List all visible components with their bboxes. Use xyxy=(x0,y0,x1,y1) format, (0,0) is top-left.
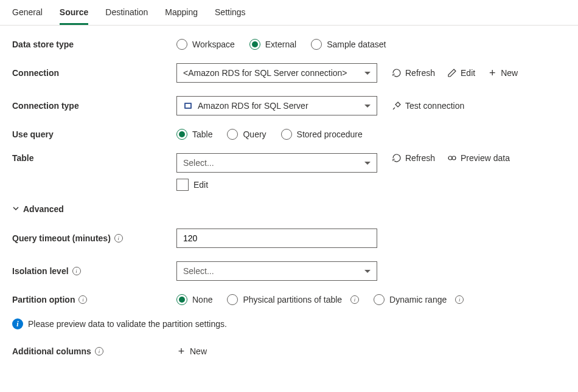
action-label: New xyxy=(190,346,207,356)
partition-option-radiogroup: None Physical partitions of tablei Dynam… xyxy=(176,294,464,305)
edit-icon xyxy=(447,68,457,78)
label-isolation-level: Isolation level i xyxy=(12,266,176,276)
radio-label: Workspace xyxy=(192,40,235,49)
refresh-connection-button[interactable]: Refresh xyxy=(392,68,435,78)
info-icon[interactable]: i xyxy=(95,347,103,356)
action-label: Edit xyxy=(461,68,475,78)
plus-icon: + xyxy=(487,68,497,78)
radio-label: External xyxy=(265,40,296,49)
info-badge-icon: i xyxy=(12,318,23,329)
action-label: Preview data xyxy=(461,153,510,163)
chevron-down-icon xyxy=(12,204,19,214)
query-timeout-input[interactable] xyxy=(176,229,377,248)
label-data-store-type: Data store type xyxy=(12,40,176,49)
tab-destination[interactable]: Destination xyxy=(105,7,148,25)
radio-external[interactable]: External xyxy=(249,39,296,50)
plus-icon: + xyxy=(176,346,186,356)
radio-none[interactable]: None xyxy=(176,294,212,305)
label-additional-columns: Additional columns i xyxy=(12,346,176,356)
tab-settings[interactable]: Settings xyxy=(215,7,246,25)
label-table: Table xyxy=(12,153,176,163)
radio-label: Table xyxy=(192,129,212,139)
label-connection-type: Connection type xyxy=(12,101,176,111)
action-label: Test connection xyxy=(405,101,464,111)
radio-label: Stored procedure xyxy=(297,129,363,139)
test-connection-button[interactable]: Test connection xyxy=(392,101,464,111)
tab-mapping[interactable]: Mapping xyxy=(165,7,198,25)
action-label: Refresh xyxy=(405,153,435,163)
label-connection: Connection xyxy=(12,68,176,78)
radio-dynamic-range[interactable]: Dynamic rangei xyxy=(374,294,464,305)
info-icon[interactable]: i xyxy=(114,234,123,242)
radio-table[interactable]: Table xyxy=(176,129,212,140)
refresh-table-button[interactable]: Refresh xyxy=(392,153,435,163)
tab-source[interactable]: Source xyxy=(60,7,88,25)
action-label: Refresh xyxy=(405,68,435,78)
radio-physical-partitions[interactable]: Physical partitions of tablei xyxy=(227,294,359,305)
data-store-type-radiogroup: Workspace External Sample dataset xyxy=(176,39,386,50)
table-dropdown[interactable]: Select... xyxy=(176,153,377,173)
tab-general[interactable]: General xyxy=(12,7,43,25)
test-connection-icon xyxy=(392,101,402,111)
dropdown-value: Amazon RDS for SQL Server xyxy=(198,101,308,111)
advanced-label: Advanced xyxy=(23,204,64,214)
radio-label: Dynamic range xyxy=(389,295,447,304)
new-additional-column-button[interactable]: + New xyxy=(176,346,207,356)
tab-bar: General Source Destination Mapping Setti… xyxy=(0,0,578,26)
table-edit-checkbox[interactable] xyxy=(176,179,189,191)
radio-query[interactable]: Query xyxy=(227,129,266,140)
refresh-icon xyxy=(392,153,402,163)
radio-label: None xyxy=(192,295,212,304)
radio-sample-dataset[interactable]: Sample dataset xyxy=(311,39,386,50)
label-query-timeout: Query timeout (minutes) i xyxy=(12,233,176,243)
dropdown-placeholder: Select... xyxy=(183,158,214,168)
label-partition-option: Partition option i xyxy=(12,295,176,304)
info-icon[interactable]: i xyxy=(72,267,81,275)
advanced-toggle[interactable]: Advanced xyxy=(12,204,566,214)
radio-stored-procedure[interactable]: Stored procedure xyxy=(281,129,363,140)
info-icon[interactable]: i xyxy=(455,295,464,304)
preview-data-button[interactable]: Preview data xyxy=(447,153,510,163)
radio-label: Query xyxy=(243,129,266,139)
refresh-icon xyxy=(392,68,402,78)
connection-dropdown[interactable]: <Amazon RDS for SQL Server connection> xyxy=(176,63,377,83)
info-text: Please preview data to validate the part… xyxy=(28,319,227,329)
isolation-level-dropdown[interactable]: Select... xyxy=(176,261,377,281)
info-icon[interactable]: i xyxy=(350,295,359,304)
dropdown-value: <Amazon RDS for SQL Server connection> xyxy=(183,68,347,78)
radio-label: Physical partitions of table xyxy=(243,295,342,304)
edit-connection-button[interactable]: Edit xyxy=(447,68,475,78)
connection-type-dropdown[interactable]: Amazon RDS for SQL Server xyxy=(176,96,377,115)
action-label: New xyxy=(501,68,518,78)
radio-label: Sample dataset xyxy=(327,40,386,49)
new-connection-button[interactable]: + New xyxy=(487,68,518,78)
checkbox-label: Edit xyxy=(193,180,208,190)
dropdown-placeholder: Select... xyxy=(183,266,214,276)
aws-rds-icon xyxy=(183,101,193,111)
partition-info-message: i Please preview data to validate the pa… xyxy=(12,318,566,329)
radio-workspace[interactable]: Workspace xyxy=(176,39,235,50)
preview-icon xyxy=(447,153,457,163)
info-icon[interactable]: i xyxy=(78,295,87,304)
use-query-radiogroup: Table Query Stored procedure xyxy=(176,129,363,140)
svg-rect-1 xyxy=(186,104,190,108)
label-use-query: Use query xyxy=(12,129,176,139)
